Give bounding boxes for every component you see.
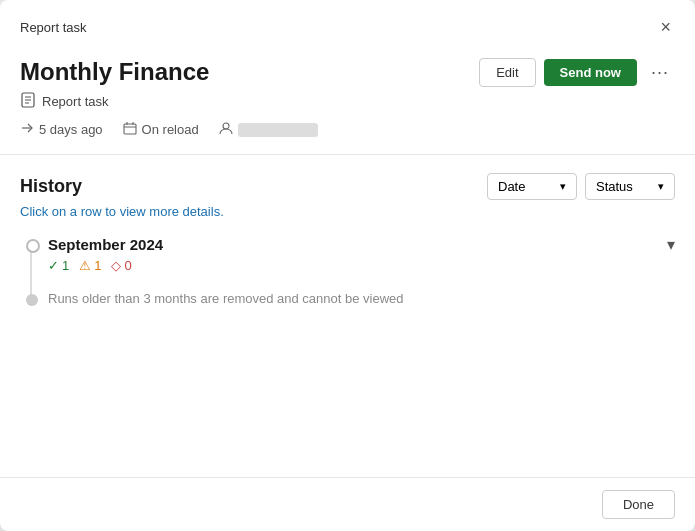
- status-filter-chevron: ▾: [658, 180, 664, 193]
- history-filters: Date ▾ Status ▾: [487, 173, 675, 200]
- task-type-label: Report task: [42, 94, 108, 109]
- history-timeline: September 2024 ▾ ✓ 1 ⚠ 1 ◇: [20, 235, 675, 306]
- warning-stat: ⚠ 1: [79, 258, 101, 273]
- skip-count: 0: [124, 258, 131, 273]
- more-options-button[interactable]: ···: [645, 58, 675, 87]
- task-sent-ago: 5 days ago: [20, 121, 103, 138]
- success-count: 1: [62, 258, 69, 273]
- history-hint: Click on a row to view more details.: [20, 204, 675, 219]
- done-button[interactable]: Done: [602, 490, 675, 519]
- status-filter[interactable]: Status ▾: [585, 173, 675, 200]
- old-runs-text: Runs older than 3 months are removed and…: [48, 291, 404, 306]
- task-assignee: [219, 121, 318, 138]
- schedule-icon: [123, 121, 137, 138]
- date-filter[interactable]: Date ▾: [487, 173, 577, 200]
- task-type-icon: [20, 92, 36, 111]
- timeline-stats: ✓ 1 ⚠ 1 ◇ 0: [48, 258, 675, 273]
- close-button[interactable]: ×: [656, 16, 675, 38]
- history-title: History: [20, 176, 82, 197]
- skip-stat: ◇ 0: [111, 258, 131, 273]
- modal-header: Report task ×: [0, 0, 695, 50]
- modal-title: Report task: [20, 20, 86, 35]
- report-task-modal: Report task × Monthly Finance Report tas…: [0, 0, 695, 531]
- svg-rect-5: [124, 124, 136, 134]
- task-meta: 5 days ago On reload: [20, 121, 318, 138]
- timeline-content: September 2024 ▾ ✓ 1 ⚠ 1 ◇: [48, 235, 675, 273]
- skip-icon: ◇: [111, 258, 121, 273]
- task-header-row: Monthly Finance Report task: [0, 50, 695, 138]
- warning-icon: ⚠: [79, 258, 91, 273]
- schedule-label: On reload: [142, 122, 199, 137]
- task-type: Report task: [20, 92, 318, 111]
- modal-footer: Done: [0, 477, 695, 531]
- expand-icon[interactable]: ▾: [667, 235, 675, 254]
- timeline-entry-sep2024[interactable]: September 2024 ▾ ✓ 1 ⚠ 1 ◇: [48, 235, 675, 273]
- timeline-dot: [26, 239, 40, 253]
- status-filter-label: Status: [596, 179, 633, 194]
- sent-ago-label: 5 days ago: [39, 122, 103, 137]
- send-icon: [20, 121, 34, 138]
- assignee-avatar: [238, 123, 318, 137]
- timeline-month-row: September 2024 ▾: [48, 235, 675, 254]
- header-actions: Edit Send now ···: [479, 58, 675, 87]
- task-schedule: On reload: [123, 121, 199, 138]
- old-runs-note: Runs older than 3 months are removed and…: [48, 291, 675, 306]
- history-header: History Date ▾ Status ▾: [20, 173, 675, 200]
- svg-point-9: [223, 123, 229, 129]
- edit-button[interactable]: Edit: [479, 58, 535, 87]
- success-stat: ✓ 1: [48, 258, 69, 273]
- timeline-month: September 2024: [48, 236, 163, 253]
- task-name: Monthly Finance: [20, 58, 318, 86]
- old-dot: [26, 294, 38, 306]
- task-info: Monthly Finance Report task: [20, 58, 318, 138]
- send-now-button[interactable]: Send now: [544, 59, 637, 86]
- date-filter-label: Date: [498, 179, 525, 194]
- history-section: History Date ▾ Status ▾ Click on a row t…: [0, 155, 695, 477]
- person-icon: [219, 121, 233, 138]
- date-filter-chevron: ▾: [560, 180, 566, 193]
- warning-count: 1: [94, 258, 101, 273]
- success-icon: ✓: [48, 258, 59, 273]
